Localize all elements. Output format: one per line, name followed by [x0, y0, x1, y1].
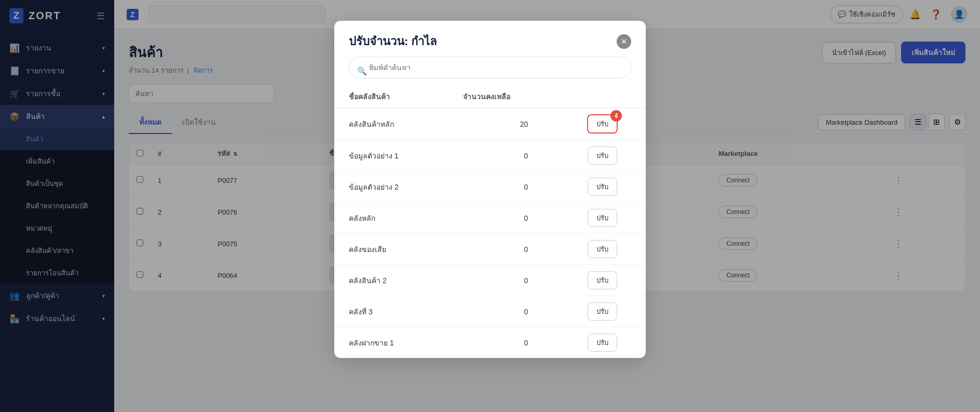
adjust-btn-cell: ปรับ: [559, 203, 646, 234]
warehouse-qty: 0: [448, 140, 559, 171]
warehouse-qty: 0: [448, 203, 559, 234]
warehouse-qty: 0: [448, 327, 559, 358]
modal-close-button[interactable]: ✕: [617, 34, 631, 49]
modal-table-row: คลังสินค้าหลัก 20 ปรับ 4: [334, 108, 646, 140]
adjust-btn-wrap: ปรับ: [588, 271, 617, 289]
adjust-button[interactable]: ปรับ: [588, 334, 617, 352]
modal-table-row: คลังหลัก 0 ปรับ: [334, 203, 646, 234]
warehouse-name: คลังสินค้า 2: [334, 265, 448, 296]
warehouse-name: คลังของเสีย: [334, 234, 448, 265]
modal-warehouse-table: ชื่อคลังสินค้า จำนวนคงเหลือ คลังสินค้าหล…: [334, 86, 646, 358]
warehouse-qty: 0: [448, 265, 559, 296]
adjust-btn-wrap: ปรับ: [588, 178, 617, 196]
col-warehouse-name: ชื่อคลังสินค้า: [334, 86, 448, 108]
modal-overlay[interactable]: ปรับจำนวน: กำไล ✕ 🔍 ชื่อคลังสินค้า จำนวน…: [0, 0, 980, 412]
modal-table-row: คลังฝากขาย 1 0 ปรับ: [334, 327, 646, 358]
col-qty: จำนวนคงเหลือ: [448, 86, 559, 108]
adjust-qty-modal: ปรับจำนวน: กำไล ✕ 🔍 ชื่อคลังสินค้า จำนวน…: [334, 21, 646, 358]
warehouse-name: ข้อมูลตัวอย่าง 1: [334, 140, 448, 171]
modal-search-wrap: 🔍: [334, 57, 646, 86]
warehouse-name: คลังฝากขาย 1: [334, 327, 448, 358]
adjust-btn-wrap: ปรับ: [588, 302, 617, 321]
adjust-button[interactable]: ปรับ: [588, 178, 617, 196]
warehouse-qty: 20: [448, 108, 559, 140]
modal-table-row: คลังสินค้า 2 0 ปรับ: [334, 265, 646, 296]
warehouse-qty: 0: [448, 296, 559, 327]
adjust-button[interactable]: ปรับ: [588, 209, 617, 227]
modal-header: ปรับจำนวน: กำไล ✕: [334, 21, 646, 57]
modal-table-header: ชื่อคลังสินค้า จำนวนคงเหลือ: [334, 86, 646, 108]
col-action: [559, 86, 646, 108]
adjust-button[interactable]: ปรับ: [588, 240, 617, 258]
badge-count: 4: [610, 110, 622, 122]
modal-table-row: ข้อมูลตัวอย่าง 1 0 ปรับ: [334, 140, 646, 171]
adjust-btn-cell: ปรับ: [559, 327, 646, 358]
modal-table-row: คลังของเสีย 0 ปรับ: [334, 234, 646, 265]
adjust-btn-wrap: ปรับ: [588, 147, 617, 165]
adjust-btn-cell: ปรับ 4: [559, 108, 646, 140]
warehouse-name: ข้อมูลตัวอย่าง 2: [334, 171, 448, 203]
modal-table-wrap: ชื่อคลังสินค้า จำนวนคงเหลือ คลังสินค้าหล…: [334, 86, 646, 358]
warehouse-name: คลังหลัก: [334, 203, 448, 234]
adjust-btn-cell: ปรับ: [559, 171, 646, 203]
adjust-btn-cell: ปรับ: [559, 234, 646, 265]
adjust-btn-wrap: ปรับ: [588, 209, 617, 227]
adjust-button[interactable]: ปรับ: [588, 271, 617, 289]
modal-table-row: คลังที่ 3 0 ปรับ: [334, 296, 646, 327]
modal-table-body: คลังสินค้าหลัก 20 ปรับ 4 ข้อมูลตัวอย่าง …: [334, 108, 646, 358]
warehouse-name: คลังที่ 3: [334, 296, 448, 327]
adjust-btn-cell: ปรับ: [559, 296, 646, 327]
adjust-btn-wrap: ปรับ: [588, 334, 617, 352]
modal-title: ปรับจำนวน: กำไล: [349, 32, 437, 50]
adjust-button[interactable]: ปรับ: [588, 302, 617, 321]
modal-table-row: ข้อมูลตัวอย่าง 2 0 ปรับ: [334, 171, 646, 203]
adjust-btn-wrap: ปรับ 4: [587, 114, 618, 134]
adjust-btn-wrap: ปรับ: [588, 240, 617, 258]
warehouse-qty: 0: [448, 171, 559, 203]
adjust-btn-cell: ปรับ: [559, 265, 646, 296]
warehouse-qty: 0: [448, 234, 559, 265]
warehouse-name: คลังสินค้าหลัก: [334, 108, 448, 140]
adjust-btn-cell: ปรับ: [559, 140, 646, 171]
adjust-button[interactable]: ปรับ: [588, 147, 617, 165]
modal-search-input[interactable]: [349, 57, 631, 78]
